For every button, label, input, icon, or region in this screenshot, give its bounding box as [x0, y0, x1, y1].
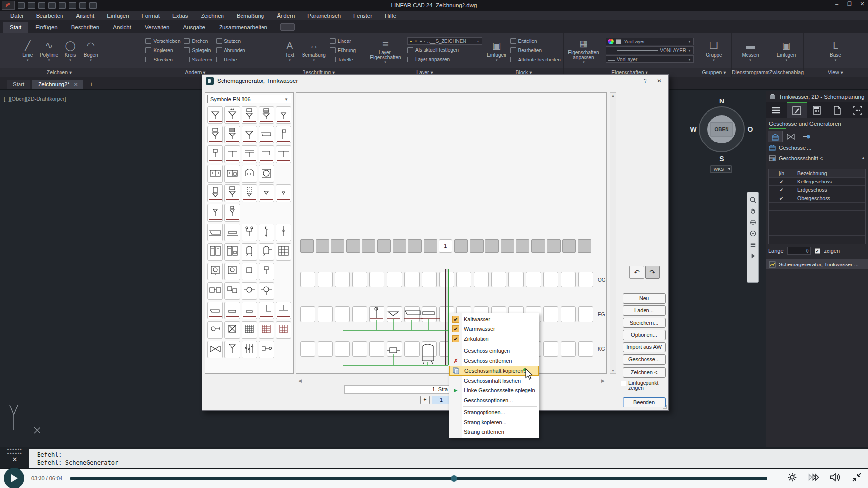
tool-messen[interactable]: ▬Messen▾ [742, 40, 759, 61]
doc-tab-close-icon[interactable]: ✕ [74, 82, 78, 87]
symbol-trism[interactable] [276, 184, 291, 202]
doc-tab-start[interactable]: Start [7, 80, 30, 89]
optionen-button[interactable]: Optionen... [623, 330, 666, 340]
symbol-funnelsm[interactable] [276, 106, 291, 124]
symbol-traylow[interactable] [207, 302, 223, 319]
connection-cell[interactable] [547, 239, 561, 253]
speichern-button[interactable]: Speichern... [623, 318, 666, 328]
tool-stutzen[interactable]: Stutzen [216, 37, 245, 45]
tool-bogen[interactable]: ◠Bogen▾ [82, 40, 99, 61]
floor-cell-kg[interactable] [318, 341, 333, 357]
tool-base[interactable]: LBase▾ [828, 40, 844, 61]
connection-cell[interactable] [516, 239, 529, 253]
connection-cell[interactable] [562, 239, 576, 253]
geschosse-button[interactable]: Geschosse... [623, 354, 666, 365]
floor-cell-kg[interactable] [404, 341, 420, 357]
group-label-dienstprogramme[interactable]: Dienstprogramme ▾ [732, 68, 769, 77]
connection-cell[interactable] [501, 239, 514, 253]
neu-button[interactable]: Neu [623, 293, 666, 304]
symbol-lattice[interactable] [242, 321, 257, 339]
symbol-valvem[interactable] [259, 341, 274, 358]
close-button[interactable]: ✕ [858, 1, 866, 7]
connection-cell[interactable] [408, 239, 422, 253]
settings-gear-icon[interactable] [787, 472, 798, 483]
menu-item-strangoptionen[interactable]: Strangoptionen... [449, 407, 539, 417]
tool-verschieben[interactable]: Verschieben [145, 37, 180, 45]
symbol-cornert[interactable] [259, 145, 274, 163]
symbol-teedbl[interactable] [242, 145, 257, 163]
connection-cell[interactable] [377, 239, 391, 253]
symbol-redgrid2[interactable] [276, 321, 291, 339]
floor-cell-kg[interactable] [422, 341, 437, 357]
tool-bearbeiten[interactable]: Bearbeiten [510, 46, 561, 55]
tool-strecken[interactable]: Strecken [145, 56, 180, 64]
tool-skalieren[interactable]: Skalieren [184, 56, 212, 64]
save-as-icon[interactable] [48, 2, 56, 9]
symbol-funneldots[interactable] [224, 106, 240, 124]
symbol-device[interactable] [207, 263, 223, 280]
table-row-empty[interactable] [769, 227, 865, 236]
tree-item-geschossschnitt[interactable]: Geschossschnitt < ▲ [766, 153, 868, 163]
tree-item-geschosse[interactable]: Geschosse ... [766, 142, 868, 153]
connection-cell[interactable] [316, 239, 329, 253]
tool-spiegeln[interactable]: Spiegeln [184, 46, 212, 55]
redo-button[interactable]: ↷ [645, 266, 660, 279]
tool-drehen[interactable]: Drehen [184, 37, 212, 45]
symbol-pairbox[interactable] [224, 282, 240, 300]
symbol-arch[interactable] [242, 165, 257, 183]
scroll-left-icon[interactable]: ◀ [298, 378, 302, 383]
group-label-view[interactable]: View ▾ [804, 68, 868, 77]
group-label-gruppen[interactable]: Gruppen ▾ [696, 68, 731, 77]
symbol-cabinetb[interactable] [224, 165, 240, 183]
tool-einfügen[interactable]: ▣Einfügen▾ [777, 40, 796, 61]
laden-button[interactable]: Laden... [623, 305, 666, 316]
floor-cell-og[interactable] [578, 272, 593, 287]
tool-kreis[interactable]: ◯Kreis▾ [62, 40, 79, 61]
symbol-dashfunnel[interactable] [242, 184, 257, 202]
symbol-teep[interactable] [276, 302, 291, 319]
ribbon-tab-zusammenarbeiten[interactable]: Zusammenarbeiten [212, 22, 274, 33]
menu-hilfe[interactable]: Hilfe [379, 11, 403, 20]
menu-zeichnen[interactable]: Zeichnen [195, 11, 230, 20]
open-file-icon[interactable] [28, 2, 35, 9]
table-row-empty[interactable] [769, 219, 865, 227]
floor-cell-eg[interactable] [561, 306, 576, 322]
symbol-boxfunnel[interactable] [224, 184, 240, 202]
ribbon-tab-ansicht[interactable]: Ansicht [106, 22, 138, 33]
menu-bearbeiten[interactable]: Bearbeiten [30, 11, 70, 20]
tool-linie[interactable]: ╱Linie▾ [20, 40, 36, 61]
panel-tab-edit[interactable] [787, 102, 807, 118]
symbol-deviceb[interactable] [224, 263, 240, 280]
table-row-empty[interactable] [769, 236, 865, 244]
floor-cell-eg[interactable] [387, 306, 402, 322]
app-logo-icon[interactable] [2, 1, 15, 10]
tool-layer-eigenschaften[interactable]: ≣Layer-Eigenschaften▾ [367, 38, 404, 63]
menu-extras[interactable]: Extras [166, 11, 195, 20]
workspace-icon[interactable] [89, 2, 97, 9]
panel-tab-calculate[interactable] [807, 102, 828, 118]
save-icon[interactable] [38, 2, 45, 9]
playhead[interactable] [451, 475, 457, 482]
symbol-posts[interactable] [242, 224, 257, 241]
ribbon-tab-verwalten[interactable]: Verwalten [138, 22, 177, 33]
symbol-boxx[interactable] [224, 321, 240, 339]
tool-reihe[interactable]: Reihe [216, 56, 245, 64]
connection-cell[interactable] [331, 239, 344, 253]
symbol-traylow2[interactable] [224, 302, 240, 319]
connection-cell[interactable] [393, 239, 406, 253]
floor-cell-og[interactable] [526, 272, 541, 287]
symbol-tristem[interactable] [207, 204, 223, 222]
tool-linear[interactable]: Linear [330, 37, 356, 45]
symbol-boxsm[interactable] [242, 263, 257, 280]
symbol-drumtee[interactable] [259, 243, 274, 261]
command-palette-handle[interactable]: ●●●●●●●●●●●● ✕ [0, 447, 29, 468]
insert-point-checkbox-box[interactable] [621, 381, 626, 386]
panel-status-bar[interactable]: Schemagenerator, Trinkwasser ... [766, 259, 868, 269]
menu-item-strang-entfernen[interactable]: Strang entfernen [449, 427, 539, 437]
symbol-rectfunnel[interactable] [207, 184, 223, 202]
group-label-zeichnen[interactable]: Zeichnen ▾ [0, 68, 119, 77]
symbol-tee[interactable] [224, 145, 240, 163]
dialog-help-button[interactable]: ? [640, 78, 650, 84]
symbol-unitgrid[interactable] [276, 243, 291, 261]
floor-cell-og[interactable] [404, 272, 420, 287]
